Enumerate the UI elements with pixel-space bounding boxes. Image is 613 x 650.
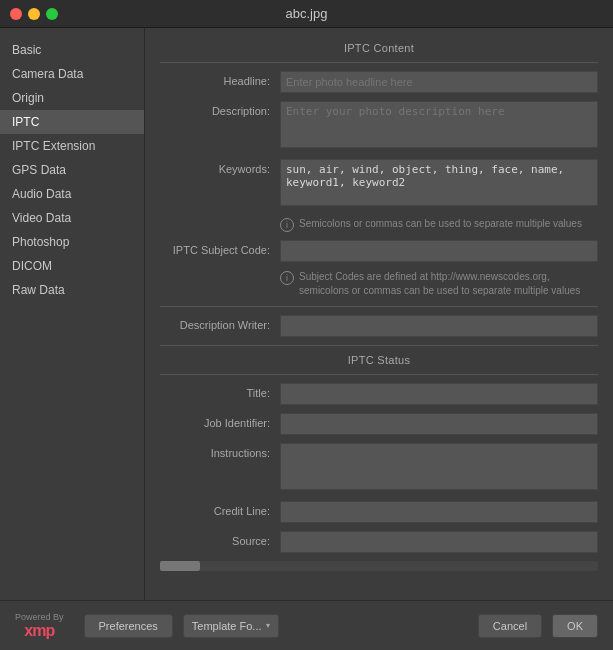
- sidebar-item-gps-data[interactable]: GPS Data: [0, 158, 144, 182]
- job-id-label: Job Identifier:: [160, 413, 280, 429]
- xmp-logo: xmp: [24, 622, 54, 640]
- chevron-down-icon: ▾: [266, 621, 270, 630]
- desc-writer-input-wrapper: [280, 315, 598, 337]
- h-scrollbar[interactable]: [160, 561, 598, 571]
- credit-input[interactable]: [280, 501, 598, 523]
- headline-row: Headline:: [160, 71, 598, 93]
- minimize-button[interactable]: [28, 8, 40, 20]
- headline-input[interactable]: [280, 71, 598, 93]
- source-row: Source:: [160, 531, 598, 553]
- template-dropdown[interactable]: Template Fo... ▾: [183, 614, 279, 638]
- job-id-row: Job Identifier:: [160, 413, 598, 435]
- sidebar-item-raw-data[interactable]: Raw Data: [0, 278, 144, 302]
- h-scrollbar-thumb[interactable]: [160, 561, 200, 571]
- sidebar-item-dicom[interactable]: DICOM: [0, 254, 144, 278]
- sidebar-item-camera-data[interactable]: Camera Data: [0, 62, 144, 86]
- source-label: Source:: [160, 531, 280, 547]
- desc-writer-input[interactable]: [280, 315, 598, 337]
- divider-status-bottom: [160, 374, 598, 375]
- credit-row: Credit Line:: [160, 501, 598, 523]
- ok-button[interactable]: OK: [552, 614, 598, 638]
- maximize-button[interactable]: [46, 8, 58, 20]
- source-input[interactable]: [280, 531, 598, 553]
- info-icon: i: [280, 218, 294, 232]
- keywords-input-wrapper: sun, air, wind, object, thing, face, nam…: [280, 159, 598, 209]
- job-id-input-wrapper: [280, 413, 598, 435]
- subject-code-input[interactable]: [280, 240, 598, 262]
- footer: Powered By xmp Preferences Template Fo..…: [0, 600, 613, 650]
- instructions-label: Instructions:: [160, 443, 280, 459]
- desc-writer-row: Description Writer:: [160, 315, 598, 337]
- template-label: Template Fo...: [192, 620, 262, 632]
- window-controls: [10, 8, 58, 20]
- main-layout: Basic Camera Data Origin IPTC IPTC Exten…: [0, 28, 613, 600]
- headline-input-wrapper: [280, 71, 598, 93]
- title-input-wrapper: [280, 383, 598, 405]
- description-input-wrapper: [280, 101, 598, 151]
- desc-writer-label: Description Writer:: [160, 315, 280, 331]
- sidebar-item-photoshop[interactable]: Photoshop: [0, 230, 144, 254]
- title-bar: abc.jpg: [0, 0, 613, 28]
- sidebar-item-iptc-extension[interactable]: IPTC Extension: [0, 134, 144, 158]
- close-button[interactable]: [10, 8, 22, 20]
- iptc-content-heading: IPTC Content: [160, 42, 598, 54]
- title-row: Title:: [160, 383, 598, 405]
- instructions-row: Instructions:: [160, 443, 598, 493]
- xmp-branding: Powered By xmp: [15, 612, 64, 640]
- description-row: Description:: [160, 101, 598, 151]
- keywords-info-text: Semicolons or commas can be used to sepa…: [299, 217, 582, 231]
- sidebar: Basic Camera Data Origin IPTC IPTC Exten…: [0, 28, 145, 600]
- divider-top: [160, 62, 598, 63]
- cancel-button[interactable]: Cancel: [478, 614, 542, 638]
- subject-code-row: IPTC Subject Code:: [160, 240, 598, 262]
- divider-status: [160, 345, 598, 346]
- keywords-row: Keywords: sun, air, wind, object, thing,…: [160, 159, 598, 209]
- credit-label: Credit Line:: [160, 501, 280, 517]
- instructions-textarea[interactable]: [280, 443, 598, 490]
- credit-input-wrapper: [280, 501, 598, 523]
- window-title: abc.jpg: [286, 6, 328, 21]
- title-input[interactable]: [280, 383, 598, 405]
- sidebar-item-video-data[interactable]: Video Data: [0, 206, 144, 230]
- description-label: Description:: [160, 101, 280, 117]
- powered-by-text: Powered By: [15, 612, 64, 622]
- description-textarea[interactable]: [280, 101, 598, 148]
- subject-code-info-text: Subject Codes are defined at http://www.…: [299, 270, 598, 298]
- subject-code-input-wrapper: [280, 240, 598, 262]
- title-label: Title:: [160, 383, 280, 399]
- iptc-status-heading: IPTC Status: [160, 354, 598, 366]
- job-id-input[interactable]: [280, 413, 598, 435]
- subject-code-label: IPTC Subject Code:: [160, 240, 280, 256]
- preferences-button[interactable]: Preferences: [84, 614, 173, 638]
- sidebar-item-iptc[interactable]: IPTC: [0, 110, 144, 134]
- content-area: IPTC Content Headline: Description: Keyw…: [145, 28, 613, 600]
- keywords-info-row: i Semicolons or commas can be used to se…: [160, 217, 598, 232]
- sidebar-item-origin[interactable]: Origin: [0, 86, 144, 110]
- sidebar-item-audio-data[interactable]: Audio Data: [0, 182, 144, 206]
- keywords-label: Keywords:: [160, 159, 280, 175]
- subject-info-icon: i: [280, 271, 294, 285]
- sidebar-item-basic[interactable]: Basic: [0, 38, 144, 62]
- keywords-textarea[interactable]: sun, air, wind, object, thing, face, nam…: [280, 159, 598, 206]
- source-input-wrapper: [280, 531, 598, 553]
- instructions-input-wrapper: [280, 443, 598, 493]
- subject-code-info-row: i Subject Codes are defined at http://ww…: [160, 270, 598, 298]
- headline-label: Headline:: [160, 71, 280, 87]
- divider-mid: [160, 306, 598, 307]
